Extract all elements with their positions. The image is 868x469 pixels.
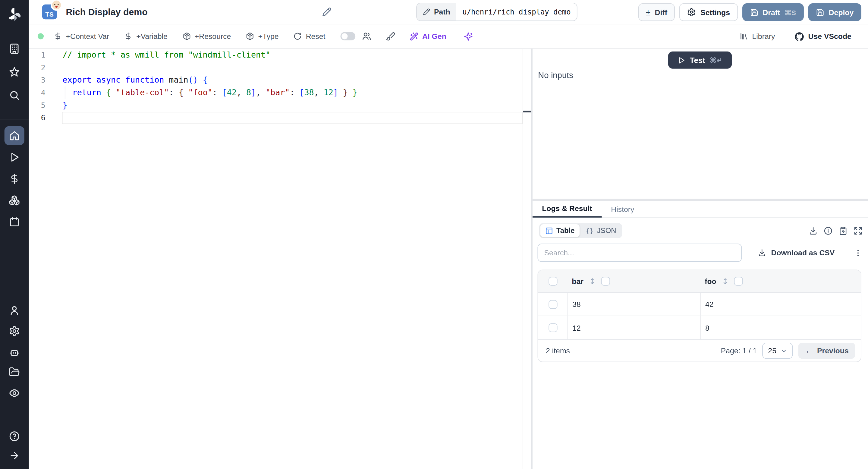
save-icon	[750, 8, 758, 17]
view-toggle-table[interactable]: Table	[540, 224, 580, 237]
path-button[interactable]: Path u/henri/rich_display_demo	[416, 3, 577, 21]
brush-icon[interactable]	[386, 32, 395, 41]
sidebar-item-dollar[interactable]	[9, 173, 20, 184]
folder-open-icon	[9, 367, 20, 378]
run-result-panel: Test ⌘↵ No inputs Logs & Result History …	[532, 49, 868, 469]
previous-page-button[interactable]: ← Previous	[798, 343, 855, 359]
library-button[interactable]: Library	[739, 32, 775, 41]
toggle-switch[interactable]	[340, 32, 355, 41]
dollar-icon	[124, 32, 133, 41]
use-vscode-label: Use VScode	[808, 32, 851, 41]
users-icon[interactable]	[362, 32, 371, 41]
test-button[interactable]: Test ⌘↵	[668, 52, 732, 69]
sidebar-item-home[interactable]	[4, 126, 24, 145]
sidebar-item-user[interactable]	[9, 305, 20, 316]
download-icon[interactable]	[809, 226, 817, 235]
sparkles-icon[interactable]	[464, 32, 473, 41]
sort-icon[interactable]	[721, 277, 729, 285]
table-row: 128	[538, 316, 861, 339]
result-tabs: Logs & Result History	[532, 201, 868, 218]
result-table: barfoo 3842128 2 items Page: 1 / 1 25 ← …	[537, 270, 861, 362]
diff-button[interactable]: ± Diff	[638, 3, 675, 21]
building-icon	[9, 43, 20, 54]
refresh-icon	[293, 32, 302, 41]
line-number: 2	[29, 61, 45, 74]
sort-icon[interactable]	[588, 277, 596, 285]
test-label: Test	[690, 56, 705, 64]
toolbar-action-context-var[interactable]: +Context Var	[54, 32, 109, 41]
toolbar-action-variable[interactable]: +Variable	[124, 32, 167, 41]
sidebar-item-building[interactable]	[9, 43, 20, 54]
sidebar-item-play[interactable]	[9, 152, 20, 163]
toolbar-action-label: +Variable	[136, 32, 167, 41]
code-line-3: export async function main() {	[63, 74, 523, 87]
sidebar-item-arrow-right[interactable]	[9, 450, 20, 461]
settings-button[interactable]: Settings	[679, 3, 738, 21]
typescript-badge-label: TS	[45, 11, 54, 18]
row-checkbox[interactable]	[548, 300, 557, 309]
page-size-value: 25	[768, 347, 776, 355]
toolbar-action-type[interactable]: +Type	[246, 32, 279, 41]
edit-title-pencil-icon[interactable]	[322, 7, 332, 17]
sidebar-item-calendar[interactable]	[9, 216, 20, 227]
sidebar-item-help[interactable]	[9, 431, 20, 442]
eye-icon	[9, 387, 20, 399]
windmill-logo-icon[interactable]	[6, 6, 23, 23]
typescript-badge: TS	[42, 4, 57, 20]
user-icon	[9, 305, 20, 316]
select-all-checkbox[interactable]	[548, 277, 557, 285]
braces-icon: {}	[586, 227, 594, 234]
row-checkbox[interactable]	[548, 323, 557, 332]
windmill-app: TS Rich Display demo Path u/henri/rich_d…	[0, 0, 868, 469]
toolbar-right: Library Use VScode	[739, 32, 851, 41]
column-toggle-checkbox[interactable]	[734, 277, 743, 285]
info-icon[interactable]	[824, 226, 832, 235]
toolbar-action-resource[interactable]: +Resource	[182, 32, 231, 41]
kebab-menu-icon[interactable]	[854, 248, 862, 257]
download-csv-button[interactable]: Download as CSV	[758, 249, 835, 257]
result-view-row: Table {} JSON	[539, 223, 863, 238]
search-input[interactable]	[537, 244, 742, 262]
settings-icon	[9, 325, 20, 337]
settings-label: Settings	[701, 8, 730, 17]
column-toggle-checkbox[interactable]	[601, 277, 610, 285]
table-cell: 12	[567, 316, 701, 339]
play-icon	[9, 152, 20, 163]
path-label: Path	[434, 8, 450, 16]
play-icon	[678, 56, 685, 64]
ai-gen-button[interactable]: AI Gen	[410, 32, 446, 41]
package-icon	[246, 32, 254, 41]
sidebar-item-boxes[interactable]	[9, 195, 20, 206]
tab-logs-result[interactable]: Logs & Result	[532, 201, 601, 218]
library-label: Library	[752, 32, 775, 41]
draft-button[interactable]: Draft ⌘S	[742, 3, 804, 21]
view-toggle-json[interactable]: {} JSON	[581, 224, 621, 237]
item-count: 2 items	[546, 347, 570, 355]
editor-code[interactable]: // import * as wmill from "windmill-clie…	[63, 49, 523, 124]
sidebar-item-eye[interactable]	[9, 387, 20, 399]
library-icon	[739, 32, 748, 41]
sidebar-item-search[interactable]	[9, 90, 20, 101]
table-body: 3842128	[538, 293, 861, 339]
tab-history[interactable]: History	[601, 201, 644, 218]
sidebar-item-folder-open[interactable]	[9, 367, 20, 378]
use-vscode-button[interactable]: Use VScode	[795, 32, 851, 41]
code-editor[interactable]: 123456 // import * as wmill from "windmi…	[29, 49, 531, 469]
code-line-4: return { "table-col": { "foo": [42, 8], …	[63, 87, 523, 99]
page-size-select[interactable]: 25	[763, 343, 793, 359]
sidebar-item-star[interactable]	[9, 66, 20, 77]
chevron-down-icon	[781, 347, 787, 354]
diff-label: Diff	[655, 8, 667, 17]
toolbar-action-reset[interactable]: Reset	[293, 32, 325, 41]
sidebar-item-settings[interactable]	[9, 325, 20, 337]
editor-gutter: 123456	[29, 49, 45, 124]
deploy-button[interactable]: Deploy	[808, 3, 861, 21]
horizontal-splitter[interactable]	[532, 199, 868, 201]
line-number: 4	[29, 87, 45, 99]
sidebar-item-bot[interactable]	[9, 347, 20, 358]
no-inputs-text: No inputs	[538, 70, 573, 80]
home-icon	[9, 130, 20, 142]
bot-icon	[9, 347, 20, 358]
expand-icon[interactable]	[854, 226, 862, 235]
clipboard-copy-icon[interactable]	[839, 226, 847, 235]
